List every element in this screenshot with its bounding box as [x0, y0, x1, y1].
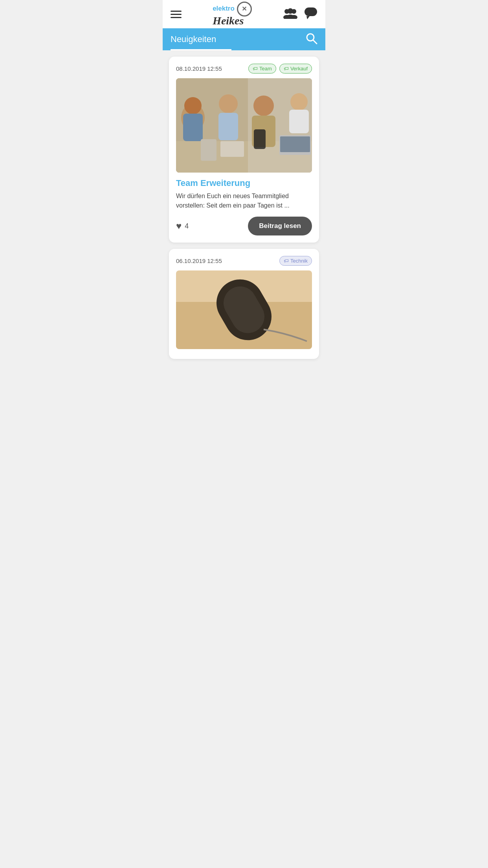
card-footer-1: ♥ 4 Beitrag lesen: [176, 217, 312, 235]
app-header: elektro ✕ Heikes: [163, 0, 325, 28]
nav-indicator: [171, 49, 231, 50]
logo-heikes-text: Heikes: [213, 15, 244, 27]
post-date-2: 06.10.2019 12:55: [176, 257, 222, 264]
post-image-2: [176, 270, 312, 349]
header-actions: [283, 7, 317, 21]
tag-team[interactable]: 🏷 Team: [248, 64, 276, 74]
tag-technik[interactable]: 🏷 Technik: [279, 256, 312, 266]
logo: elektro ✕ Heikes: [213, 2, 252, 27]
hamburger-menu[interactable]: [171, 11, 182, 18]
read-button-1[interactable]: Beitrag lesen: [248, 217, 312, 235]
post-date-1: 08.10.2019 12:55: [176, 65, 222, 72]
chat-icon[interactable]: [304, 7, 317, 21]
post-tags-2: 🏷 Technik: [279, 256, 312, 266]
svg-line-9: [313, 40, 317, 44]
tag-verkauf[interactable]: 🏷 Verkauf: [279, 64, 312, 74]
tag-icon-technik: 🏷: [284, 258, 289, 264]
nav-section: Neuigkeiten: [163, 28, 325, 50]
hamburger-line-3: [171, 17, 182, 18]
svg-point-4: [288, 8, 293, 14]
post-excerpt-1: Wir dürfen Euch ein neues Teammitglied v…: [176, 191, 312, 210]
card-header-2: 06.10.2019 12:55 🏷 Technik: [176, 256, 312, 266]
hamburger-line-1: [171, 11, 182, 12]
card-header-1: 08.10.2019 12:55 🏷 Team 🏷 Verkauf: [176, 64, 312, 74]
nav-tab-neuigkeiten[interactable]: Neuigkeiten: [171, 34, 216, 44]
svg-rect-27: [176, 78, 312, 173]
logo-elektro-text: elektro: [213, 5, 235, 13]
logo-icon: ✕: [237, 2, 252, 17]
post-image-1: [176, 78, 312, 173]
like-count-1: 4: [185, 222, 189, 230]
post-tags-1: 🏷 Team 🏷 Verkauf: [248, 64, 312, 74]
svg-marker-7: [306, 16, 310, 19]
team-icon[interactable]: [283, 8, 298, 20]
tag-icon-team: 🏷: [253, 66, 258, 72]
svg-rect-32: [176, 270, 312, 349]
svg-rect-6: [305, 7, 317, 16]
post-card-1: 08.10.2019 12:55 🏷 Team 🏷 Verkauf: [169, 57, 319, 243]
post-card-2: 06.10.2019 12:55 🏷 Technik: [169, 249, 319, 359]
content-area: 08.10.2019 12:55 🏷 Team 🏷 Verkauf: [163, 50, 325, 371]
tag-icon-verkauf: 🏷: [284, 66, 289, 72]
search-button[interactable]: [306, 33, 317, 46]
like-area-1: ♥ 4: [176, 221, 189, 232]
post-title-1: Team Erweiterung: [176, 178, 312, 188]
nav-bar: Neuigkeiten: [163, 28, 325, 50]
hamburger-line-2: [171, 14, 182, 15]
heart-icon-1[interactable]: ♥: [176, 221, 182, 232]
